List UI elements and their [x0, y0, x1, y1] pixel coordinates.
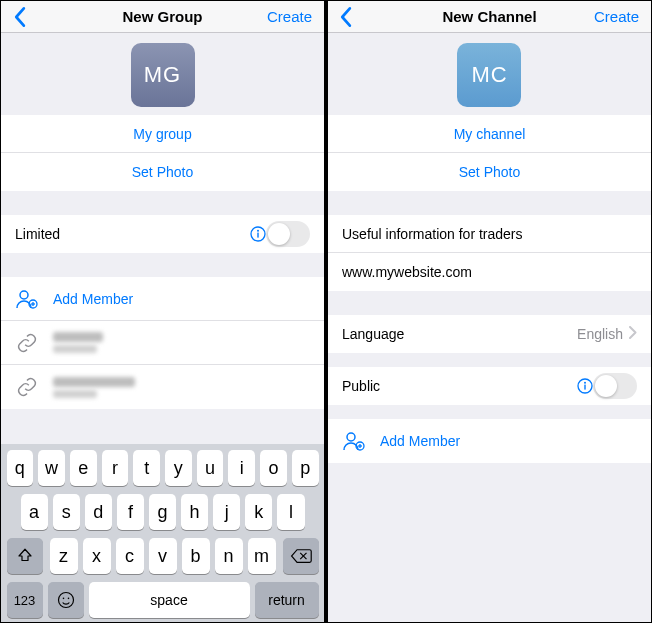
public-section: Public [328, 367, 651, 405]
channel-name-field[interactable]: My channel [328, 115, 651, 153]
limited-toggle[interactable] [266, 221, 310, 247]
svg-point-11 [67, 598, 69, 600]
add-member-button[interactable]: Add Member [1, 277, 324, 321]
limited-section: Limited [1, 215, 324, 253]
language-value: English [577, 326, 623, 342]
numbers-key[interactable]: 123 [7, 582, 43, 618]
channel-avatar[interactable]: MC [457, 43, 521, 107]
public-row: Public [328, 367, 651, 405]
set-photo-button[interactable]: Set Photo [328, 153, 651, 191]
group-name-field[interactable]: My group [1, 115, 324, 153]
key-k[interactable]: k [245, 494, 272, 530]
add-member-label: Add Member [53, 291, 133, 307]
key-p[interactable]: p [292, 450, 319, 486]
link-icon [15, 375, 39, 399]
backspace-key[interactable] [283, 538, 319, 574]
language-label: Language [342, 326, 577, 342]
link-icon [15, 331, 39, 355]
key-w[interactable]: w [38, 450, 65, 486]
language-section: Language English [328, 315, 651, 353]
svg-point-10 [62, 598, 64, 600]
limited-row: Limited [1, 215, 324, 253]
key-v[interactable]: v [149, 538, 177, 574]
svg-point-13 [584, 382, 586, 384]
shift-key[interactable] [7, 538, 43, 574]
key-u[interactable]: u [197, 450, 224, 486]
svg-point-1 [257, 230, 259, 232]
member-row[interactable] [1, 321, 324, 365]
name-section: My group Set Photo [1, 115, 324, 191]
create-button[interactable]: Create [594, 8, 639, 25]
add-member-icon [15, 287, 39, 311]
avatar-section: MC [328, 33, 651, 115]
key-j[interactable]: j [213, 494, 240, 530]
add-member-icon [342, 429, 366, 453]
space-key[interactable]: space [89, 582, 250, 618]
key-o[interactable]: o [260, 450, 287, 486]
website-field[interactable]: www.mywebsite.com [328, 253, 651, 291]
avatar-section: MG [1, 33, 324, 115]
keyboard[interactable]: qwertyuiop asdfghjkl zxcvbnm 123 space r… [1, 444, 324, 622]
public-label: Public [342, 378, 571, 394]
key-r[interactable]: r [102, 450, 129, 486]
key-c[interactable]: c [116, 538, 144, 574]
new-group-screen: New Group Create MG My group Set Photo L… [1, 1, 324, 622]
info-section: Useful information for traders www.myweb… [328, 215, 651, 291]
svg-point-3 [20, 291, 28, 299]
key-y[interactable]: y [165, 450, 192, 486]
key-a[interactable]: a [21, 494, 48, 530]
key-l[interactable]: l [277, 494, 304, 530]
key-b[interactable]: b [182, 538, 210, 574]
key-m[interactable]: m [248, 538, 276, 574]
emoji-key[interactable] [48, 582, 84, 618]
key-e[interactable]: e [70, 450, 97, 486]
group-avatar[interactable]: MG [131, 43, 195, 107]
public-toggle[interactable] [593, 373, 637, 399]
limited-label: Limited [15, 226, 244, 242]
key-g[interactable]: g [149, 494, 176, 530]
description-field[interactable]: Useful information for traders [328, 215, 651, 253]
key-d[interactable]: d [85, 494, 112, 530]
create-button[interactable]: Create [267, 8, 312, 25]
new-channel-screen: New Channel Create MC My channel Set Pho… [328, 1, 651, 622]
key-i[interactable]: i [228, 450, 255, 486]
set-photo-button[interactable]: Set Photo [1, 153, 324, 191]
svg-point-15 [347, 433, 355, 441]
key-q[interactable]: q [7, 450, 34, 486]
member-name-blurred [53, 377, 135, 398]
members-section: Add Member [1, 277, 324, 409]
svg-point-9 [58, 593, 73, 608]
key-n[interactable]: n [215, 538, 243, 574]
svg-rect-14 [584, 385, 585, 390]
info-icon[interactable] [250, 226, 266, 242]
add-member-label: Add Member [380, 433, 460, 449]
key-x[interactable]: x [83, 538, 111, 574]
name-section: My channel Set Photo [328, 115, 651, 191]
members-section: Add Member [328, 419, 651, 463]
key-t[interactable]: t [133, 450, 160, 486]
key-f[interactable]: f [117, 494, 144, 530]
language-row[interactable]: Language English [328, 315, 651, 353]
key-s[interactable]: s [53, 494, 80, 530]
return-key[interactable]: return [255, 582, 319, 618]
key-h[interactable]: h [181, 494, 208, 530]
navbar: New Group Create [1, 1, 324, 33]
info-icon[interactable] [577, 378, 593, 394]
svg-rect-2 [257, 233, 258, 238]
member-name-blurred [53, 332, 103, 353]
navbar: New Channel Create [328, 1, 651, 33]
member-row[interactable] [1, 365, 324, 409]
key-z[interactable]: z [50, 538, 78, 574]
add-member-button[interactable]: Add Member [328, 419, 651, 463]
chevron-right-icon [629, 326, 637, 342]
